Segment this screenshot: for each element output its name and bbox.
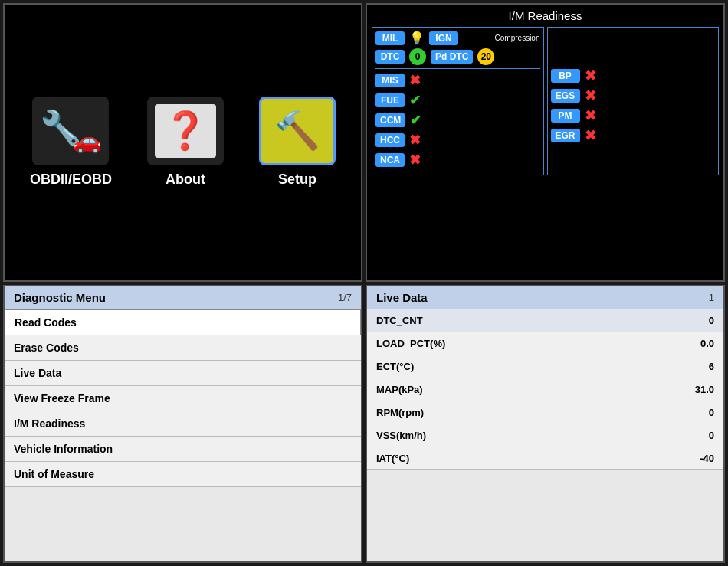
im-btn-mis[interactable]: MIS — [375, 74, 405, 87]
im-btn-egs[interactable]: EGS — [551, 89, 580, 103]
live-value-map: 31.0 — [695, 384, 714, 395]
im-grid: MIL 💡 IGN Compression DTC 0 Pd DTC 20 MI… — [372, 27, 719, 175]
obdii-label: OBDII/EOBD — [30, 172, 112, 188]
im-compression-label: Compression — [495, 34, 540, 42]
dtc-badge: 0 — [409, 48, 426, 65]
im-row-ccm: CCM ✔ — [375, 112, 540, 129]
im-btn-pddtc[interactable]: Pd DTC — [431, 50, 473, 64]
im-row-bp: BP ✖ — [551, 67, 716, 84]
im-btn-mil[interactable]: MIL — [375, 31, 405, 45]
im-title: I/M Readiness — [372, 9, 719, 22]
live-data-panel: Live Data 1 DTC_CNT 0 LOAD_PCT(%) 0.0 EC… — [366, 285, 725, 564]
setup-icon: 🔨 — [267, 104, 328, 158]
live-value-vss: 0 — [709, 430, 714, 441]
diag-item-freeze-frame[interactable]: View Freeze Frame — [5, 386, 361, 411]
im-left-section: MIL 💡 IGN Compression DTC 0 Pd DTC 20 MI… — [372, 27, 544, 175]
live-item-vss: VSS(km/h) 0 — [367, 424, 723, 447]
live-item-load-pct: LOAD_PCT(%) 0.0 — [367, 332, 723, 355]
live-page: 1 — [709, 292, 714, 303]
nca-x-icon: ✖ — [409, 152, 421, 168]
hcc-x-icon: ✖ — [409, 132, 421, 149]
im-btn-fue[interactable]: FUE — [375, 93, 405, 107]
diagnostic-menu-panel: Diagnostic Menu 1/7 Read Codes Erase Cod… — [3, 285, 362, 564]
diag-item-read-codes[interactable]: Read Codes — [5, 309, 361, 335]
im-btn-pm[interactable]: PM — [551, 109, 580, 123]
im-right-section: BP ✖ EGS ✖ PM ✖ EGR ✖ — [547, 27, 720, 175]
im-btn-ccm[interactable]: CCM — [375, 113, 405, 127]
diag-list: Read Codes Erase Codes Live Data View Fr… — [5, 309, 361, 562]
about-label: About — [166, 172, 205, 188]
live-value-iat: -40 — [700, 453, 714, 464]
im-row-fue: FUE ✔ — [375, 92, 540, 109]
diag-item-erase-codes[interactable]: Erase Codes — [5, 335, 361, 361]
obdii-icon-box: 🔧 🚗 — [32, 97, 109, 165]
car-icon: 🚗 — [73, 127, 101, 154]
setup-icon-box: 🔨 — [259, 97, 336, 165]
live-header: Live Data 1 — [367, 286, 723, 309]
im-btn-egr[interactable]: EGR — [551, 129, 580, 142]
diag-item-live-data[interactable]: Live Data — [5, 361, 361, 386]
live-title: Live Data — [376, 291, 428, 304]
diag-item-unit-of-measure[interactable]: Unit of Measure — [5, 462, 361, 487]
im-row-dtc: DTC 0 Pd DTC 20 — [375, 48, 540, 65]
diag-item-vehicle-info[interactable]: Vehicle Information — [5, 437, 361, 462]
im-row-hcc: HCC ✖ — [375, 132, 540, 149]
diag-title: Diagnostic Menu — [14, 291, 106, 304]
egs-x-icon: ✖ — [585, 87, 596, 104]
live-item-rpm: RPM(rpm) 0 — [367, 401, 723, 424]
menu-item-about[interactable]: ❓ About — [147, 97, 224, 188]
main-menu-panel: 🔧 🚗 OBDII/EOBD ❓ About 🔨 Setup — [3, 3, 362, 282]
fue-check-icon: ✔ — [409, 92, 421, 109]
live-item-ect: ECT(°C) 6 — [367, 355, 723, 378]
about-icon-box: ❓ — [147, 97, 224, 165]
im-btn-dtc[interactable]: DTC — [375, 50, 405, 64]
im-row-mil: MIL 💡 IGN Compression — [375, 31, 540, 45]
live-name-rpm: RPM(rpm) — [376, 407, 424, 418]
im-btn-bp[interactable]: BP — [551, 69, 580, 83]
im-row-mis: MIS ✖ — [375, 72, 540, 89]
live-name-map: MAP(kPa) — [376, 384, 423, 395]
im-row-egs: EGS ✖ — [551, 87, 716, 104]
live-value-load-pct: 0.0 — [700, 338, 714, 349]
diag-page: 1/7 — [338, 292, 352, 303]
live-value-dtc-cnt: 0 — [709, 315, 714, 326]
obdii-icon: 🔧 🚗 — [40, 104, 101, 158]
about-icon: ❓ — [155, 104, 216, 158]
live-list: DTC_CNT 0 LOAD_PCT(%) 0.0 ECT(°C) 6 MAP(… — [367, 309, 723, 562]
live-value-ect: 6 — [709, 361, 714, 372]
egr-x-icon: ✖ — [585, 127, 596, 144]
menu-item-setup[interactable]: 🔨 Setup — [259, 97, 336, 188]
im-row-pm: PM ✖ — [551, 107, 716, 124]
diag-item-im-readiness[interactable]: I/M Readiness — [5, 411, 361, 437]
live-name-vss: VSS(km/h) — [376, 430, 426, 441]
menu-item-obdii[interactable]: 🔧 🚗 OBDII/EOBD — [30, 97, 112, 188]
live-name-iat: IAT(°C) — [376, 453, 409, 464]
live-name-load-pct: LOAD_PCT(%) — [376, 338, 445, 349]
im-row-egr: EGR ✖ — [551, 127, 716, 144]
bulb-icon: 💡 — [409, 31, 425, 45]
live-name-dtc-cnt: DTC_CNT — [376, 315, 423, 326]
pddtc-badge: 20 — [477, 48, 494, 65]
ccm-check-icon: ✔ — [410, 112, 421, 129]
live-item-map: MAP(kPa) 31.0 — [367, 378, 723, 401]
live-name-ect: ECT(°C) — [376, 361, 414, 372]
diag-header: Diagnostic Menu 1/7 — [5, 286, 361, 309]
im-row-nca: NCA ✖ — [375, 152, 540, 168]
im-btn-nca[interactable]: NCA — [375, 153, 405, 167]
pm-x-icon: ✖ — [585, 107, 596, 124]
im-readiness-panel: I/M Readiness MIL 💡 IGN Compression DTC … — [366, 3, 725, 282]
setup-label: Setup — [278, 172, 316, 188]
im-btn-ign[interactable]: IGN — [429, 31, 458, 45]
mis-x-icon: ✖ — [409, 72, 421, 89]
live-item-dtc-cnt: DTC_CNT 0 — [367, 309, 723, 332]
bp-x-icon: ✖ — [585, 67, 596, 84]
live-item-iat: IAT(°C) -40 — [367, 447, 723, 470]
live-value-rpm: 0 — [709, 407, 714, 418]
im-btn-hcc[interactable]: HCC — [375, 133, 405, 147]
